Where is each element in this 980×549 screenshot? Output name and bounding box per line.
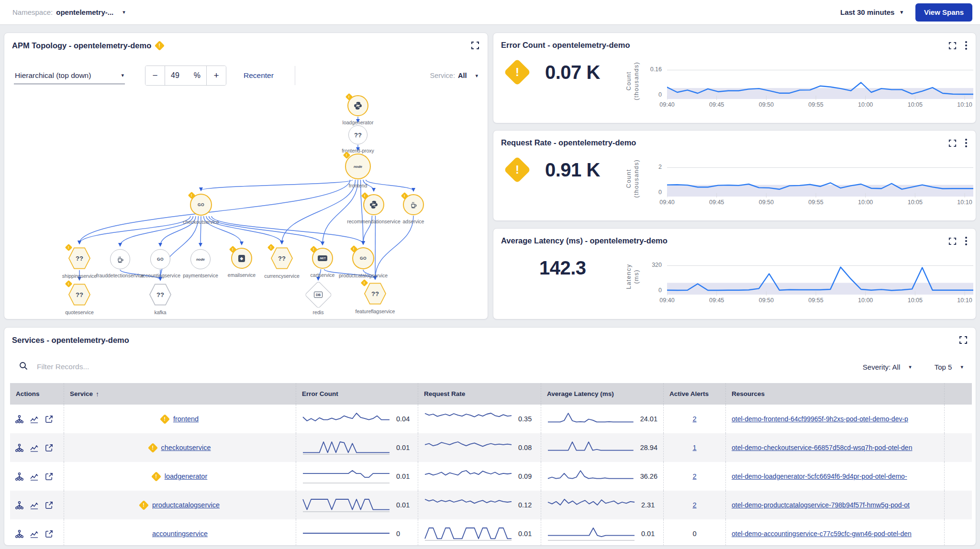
top-n-dropdown[interactable]: Top 5 ▾ xyxy=(935,363,963,371)
request-metric-cell: 0.01 xyxy=(418,519,541,546)
related-chart-icon[interactable] xyxy=(30,415,39,424)
service-node-adservice[interactable]: ! xyxy=(403,194,424,215)
x-axis-ticks: 09:4009:4509:5009:5510:0010:0510:10 xyxy=(667,101,973,109)
resource-link[interactable]: otel-demo-checkoutservice-66857d58cd-wsq… xyxy=(732,444,912,451)
topology-map-icon[interactable] xyxy=(15,443,24,452)
zoom-level: 49 % xyxy=(165,66,207,85)
x-tick-label: 09:55 xyxy=(804,101,827,108)
column-header-active-alerts[interactable]: Active Alerts xyxy=(664,383,726,405)
related-chart-icon[interactable] xyxy=(30,443,39,452)
expand-icon[interactable] xyxy=(948,139,957,148)
service-node-productcatalogservice[interactable]: GO! xyxy=(352,247,374,269)
service-node-featureflagservice[interactable]: ??! xyxy=(364,282,387,305)
table-row-frontend: !frontend0.040.3524.012otel-demo-fronten… xyxy=(10,405,972,433)
topology-map-icon[interactable] xyxy=(15,501,24,510)
service-node-kafka[interactable]: ?? xyxy=(149,283,172,306)
column-header-error-count[interactable]: Error Count xyxy=(296,383,418,405)
column-header-request-rate[interactable]: Request Rate xyxy=(418,383,541,405)
kebab-menu-icon[interactable] xyxy=(964,236,968,246)
kebab-menu-icon[interactable] xyxy=(964,138,968,148)
topology-map-icon[interactable] xyxy=(15,472,24,481)
active-alerts-link[interactable]: 2 xyxy=(692,472,696,480)
service-link-productcatalogservice[interactable]: productcatalogservice xyxy=(152,501,220,509)
service-link-accountingservice[interactable]: accountingservice xyxy=(152,530,208,538)
x-tick-label: 10:00 xyxy=(854,199,877,206)
column-header-average-latency[interactable]: Average Latency (ms) xyxy=(541,383,664,405)
x-tick-label: 10:00 xyxy=(854,297,877,304)
python-icon xyxy=(369,200,379,209)
zoom-out-button[interactable]: − xyxy=(145,66,165,85)
open-in-new-icon[interactable] xyxy=(45,415,54,424)
related-chart-icon[interactable] xyxy=(30,472,39,481)
service-node-paymentservice[interactable]: node xyxy=(190,249,211,269)
service-node-emailservice[interactable]: ◆! xyxy=(231,248,252,269)
y-axis-label: Latency(ms) xyxy=(625,250,641,303)
service-link-loadgenerator[interactable]: loadgenerator xyxy=(165,472,208,480)
latency-metric-cell: 2.31 xyxy=(541,491,664,519)
request-metric-cell: 0.08 xyxy=(418,433,541,462)
service-node-currencyservice[interactable]: ??! xyxy=(270,247,293,270)
open-in-new-icon[interactable] xyxy=(45,443,54,452)
table-header: Actions Service↑ Error Count Request Rat… xyxy=(10,383,972,405)
related-chart-icon[interactable] xyxy=(30,529,39,538)
open-in-new-icon[interactable] xyxy=(45,501,54,510)
zoom-value: 49 xyxy=(171,71,179,80)
resource-link[interactable]: otel-demo-frontend-64cf99965f-9h2xs-pod-… xyxy=(732,415,908,423)
active-alerts-link[interactable]: 1 xyxy=(692,444,696,451)
service-node-cartservice[interactable]: .NET! xyxy=(312,248,333,269)
topology-map-icon[interactable] xyxy=(15,415,24,424)
request-metric-cell: 0.09 xyxy=(418,462,541,491)
service-filter-label: Service: xyxy=(430,72,455,79)
service-node-frontend-proxy[interactable]: ?? xyxy=(348,125,368,144)
column-header-actions[interactable]: Actions xyxy=(10,383,64,405)
service-node-frontend[interactable]: node! xyxy=(345,154,371,179)
service-filter-dropdown[interactable]: Service: All ▾ xyxy=(430,72,478,79)
expand-icon[interactable] xyxy=(948,237,957,246)
column-header-spacer xyxy=(945,383,972,405)
sparkline xyxy=(302,525,390,542)
topology-map-icon[interactable] xyxy=(15,529,24,538)
filter-records-input[interactable] xyxy=(37,362,854,371)
resource-link[interactable]: otel-demo-accountingservice-c77c59cfc-gw… xyxy=(732,530,912,538)
python-icon xyxy=(353,101,363,110)
service-node-shippingservice[interactable]: ??! xyxy=(68,247,91,270)
service-node-checkoutservice[interactable]: GO! xyxy=(190,194,212,216)
service-node-frauddetectionservice[interactable] xyxy=(110,249,130,269)
service-node-loadgenerator[interactable]: ! xyxy=(347,95,368,116)
expand-icon[interactable] xyxy=(948,41,957,50)
x-tick-label: 10:05 xyxy=(903,199,926,206)
topology-controls: Hierarchical (top down) ▾ − 49 % + Recen… xyxy=(14,66,478,86)
time-range-dropdown[interactable]: Last 30 minutes ▾ xyxy=(840,8,903,16)
service-node-quoteservice[interactable]: ??! xyxy=(68,283,91,306)
resource-link[interactable]: otel-demo-loadgenerator-5cfc6694f6-9d4pr… xyxy=(732,472,907,480)
layout-dropdown[interactable]: Hierarchical (top down) ▾ xyxy=(14,67,125,84)
resource-link[interactable]: otel-demo-productcatalogservice-798b94f5… xyxy=(732,501,910,509)
zoom-in-button[interactable]: + xyxy=(207,66,226,85)
divider xyxy=(295,66,295,85)
column-header-service[interactable]: Service↑ xyxy=(64,383,296,405)
recenter-button[interactable]: Recenter xyxy=(244,71,274,80)
service-link-frontend[interactable]: frontend xyxy=(173,415,199,423)
namespace-dropdown[interactable]: Namespace: opentelemetry-... ▾ xyxy=(12,8,125,16)
node-icon: node xyxy=(196,257,205,262)
y-axis-label: Count(thousands) xyxy=(625,55,641,107)
open-in-new-icon[interactable] xyxy=(45,472,54,481)
active-alerts-link[interactable]: 2 xyxy=(692,501,696,509)
active-alerts-link[interactable]: 2 xyxy=(692,415,696,423)
service-node-recommendationservice[interactable]: ! xyxy=(363,194,384,215)
related-chart-icon[interactable] xyxy=(30,501,39,510)
resources-cell: otel-demo-frontend-64cf99965f-9h2xs-pod-… xyxy=(726,405,945,433)
sparkline xyxy=(547,410,635,428)
service-link-checkoutservice[interactable]: checkoutservice xyxy=(161,444,211,451)
actions-cell xyxy=(10,491,64,519)
view-spans-button[interactable]: View Spans xyxy=(915,3,972,22)
expand-icon[interactable] xyxy=(470,41,480,50)
kebab-menu-icon[interactable] xyxy=(964,40,968,51)
request-rate-panel: Request Rate - opentelemetry-demo ! 0.91… xyxy=(493,130,976,221)
expand-icon[interactable] xyxy=(958,335,968,345)
service-node-accountingservice[interactable]: GO xyxy=(150,249,170,269)
open-in-new-icon[interactable] xyxy=(45,529,54,538)
column-header-resources[interactable]: Resources xyxy=(726,383,945,405)
severity-filter-dropdown[interactable]: Severity: All ▾ xyxy=(863,363,912,371)
topology-graph[interactable]: !loadgenerator??frontend-proxynode!front… xyxy=(4,87,488,319)
